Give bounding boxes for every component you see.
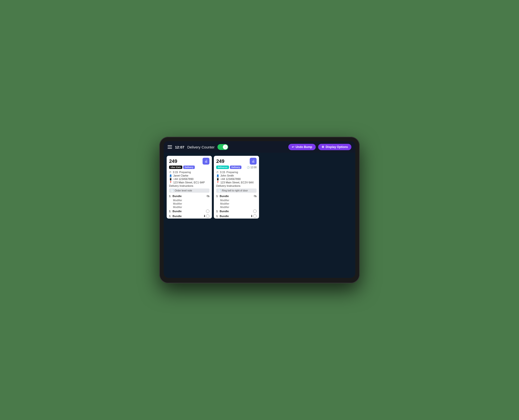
card-header-1: 249 🖨: [167, 156, 212, 166]
phone-row-2: 📱 +44 1234567890: [214, 177, 259, 181]
bundle-qty-1-1: 1: [169, 195, 172, 198]
badges-1: Uber Eats Delivery: [167, 166, 212, 170]
delivery-instructions-label-1: Delivery Instructions: [169, 184, 193, 187]
delivery-badge-2: Delivery: [230, 166, 241, 169]
circle-icon-2-3: [253, 214, 257, 218]
circle-icon-2-2: [253, 210, 257, 213]
note-row-1: 📄 Order level note: [169, 189, 209, 193]
customer-row-2: 👤 John Smith: [214, 174, 259, 177]
circle-icon-1-2: [206, 210, 209, 213]
note-text-1: Order level note: [175, 189, 192, 192]
main-content: 249 🖨 Uber Eats Delivery ⏱ 3:15 Preparin…: [164, 153, 355, 278]
phone-1: +44 1234567890: [173, 178, 194, 180]
bundle-label-2-3: Bundle: [220, 215, 249, 218]
bag-icon-1-1: 🛍: [206, 194, 209, 198]
clock-sched-icon-2: 🕛: [247, 166, 250, 169]
bundle-row-2-1: 1 Bundle 🛍: [214, 194, 259, 199]
bundle-qty-2-1: 1: [216, 195, 219, 198]
delivery-badge-1: Delivery: [183, 166, 195, 169]
clock-icon-2: ⏱: [216, 171, 219, 174]
down-arrow-icon-1-3: ⬇: [203, 214, 206, 218]
print-button-1[interactable]: 🖨: [203, 158, 209, 165]
clock-icon-1: ⏱: [169, 171, 172, 174]
delivery-instructions-label-2: Delivery Instructions: [216, 184, 240, 187]
bundle-row-2-3: 1 Bundle ⬇: [214, 214, 259, 219]
customer-name-2: John Smith: [220, 174, 234, 177]
customer-row-1: 👤 Janet Clarke: [167, 174, 212, 177]
menu-button[interactable]: [168, 145, 172, 149]
status-time-1: 3:15: [173, 171, 178, 174]
status-row-2: ⏱ 3:15 Preparing: [214, 170, 259, 174]
undo-bump-button[interactable]: ↩ Undo Bump: [288, 144, 316, 150]
platform-badge-2: deliveroo: [216, 166, 229, 169]
print-button-2[interactable]: 🖨: [250, 158, 257, 165]
modifier-2-1-3: Modifier: [214, 205, 259, 209]
delivery-instructions-2: Delivery Instructions: [214, 184, 259, 188]
address-1: 123 Main Street, EC1 6AP: [173, 181, 205, 184]
location-icon-2: 📍: [216, 181, 219, 184]
bundle-row-1-2: 1 Bundle: [167, 209, 212, 214]
bundle-qty-2-3: 1: [216, 215, 219, 218]
status-label-1: Preparing: [179, 171, 191, 174]
address-row-1: 📍 123 Main Street, EC1 6AP: [167, 181, 212, 184]
bag-icon-2-1: 🛍: [254, 194, 257, 198]
scheduled-time-2: 🕛 12:00: [247, 166, 257, 169]
phone-icon-1: 📱: [169, 178, 172, 180]
note-row-2: 📄 Ring bell to right of door: [216, 189, 257, 193]
address-2: 123 Main Street, EC2V 6AX: [220, 181, 254, 184]
tablet-device: 12:07 Delivery Counter ♪ ↩ Undo Bump ⚙ D…: [159, 137, 360, 283]
header-left: 12:07 Delivery Counter ♪: [168, 144, 228, 150]
bundle-row-1-1: 1 Bundle 🛍: [167, 194, 212, 199]
order-number-2: 249: [216, 158, 224, 164]
customer-name-1: Janet Clarke: [173, 174, 188, 177]
modifier-2-1-1: Modifier: [214, 199, 259, 202]
order-card-1: 249 🖨 Uber Eats Delivery ⏱ 3:15 Preparin…: [167, 156, 212, 219]
order-number-1: 249: [169, 158, 177, 164]
person-icon-1: 👤: [169, 174, 172, 177]
bundle-row-1-3: 1 Bundle ⬇: [167, 214, 212, 219]
down-arrow-icon-2-3: ⬇: [250, 214, 253, 218]
delivery-instructions-1: Delivery Instructions: [167, 184, 212, 188]
order-card-2: 249 🖨 deliveroo Delivery 🕛 12:00 ⏱ 3:15 …: [214, 156, 259, 219]
bundle-label-2-2: Bundle: [220, 210, 252, 213]
header-time: 12:07: [175, 145, 184, 149]
gear-icon: ⚙: [322, 145, 324, 149]
phone-row-1: 📱 +44 1234567890: [167, 177, 212, 181]
undo-icon: ↩: [292, 145, 294, 149]
phone-icon-2: 📱: [216, 178, 219, 180]
header-bar: 12:07 Delivery Counter ♪ ↩ Undo Bump ⚙ D…: [164, 141, 355, 153]
modifier-1-1-3: Modifier: [167, 205, 212, 209]
bundle-qty-2-2: 1: [216, 210, 219, 213]
modifier-1-1-2: Modifier: [167, 202, 212, 205]
address-row-2: 📍 123 Main Street, EC2V 6AX: [214, 181, 259, 184]
location-icon-1: 📍: [169, 181, 172, 184]
phone-2: +44 1234567890: [220, 178, 241, 180]
bundle-label-1-3: Bundle: [173, 215, 202, 218]
header-title: Delivery Counter: [187, 145, 215, 149]
note-doc-icon-2: 📄: [218, 189, 221, 192]
note-doc-icon-1: 📄: [171, 189, 174, 192]
modifier-2-1-2: Modifier: [214, 202, 259, 205]
bundle-label-1-2: Bundle: [173, 210, 205, 213]
toggle-knob: ♪: [223, 145, 228, 149]
modifier-1-1-1: Modifier: [167, 199, 212, 202]
status-time-2: 3:15: [220, 171, 225, 174]
display-options-button[interactable]: ⚙ Display Options: [318, 144, 351, 150]
person-icon-2: 👤: [216, 174, 219, 177]
bundle-label-1-1: Bundle: [173, 195, 205, 198]
header-right: ↩ Undo Bump ⚙ Display Options: [288, 144, 351, 150]
card-header-2: 249 🖨: [214, 156, 259, 166]
note-text-2: Ring bell to right of door: [222, 189, 248, 192]
bundle-label-2-1: Bundle: [220, 195, 253, 198]
bundle-qty-1-2: 1: [169, 210, 172, 213]
circle-icon-1-3: [206, 214, 209, 218]
bundle-row-2-2: 1 Bundle: [214, 209, 259, 214]
status-row-1: ⏱ 3:15 Preparing: [167, 170, 212, 174]
platform-badge-1: Uber Eats: [169, 166, 182, 169]
badges-2: deliveroo Delivery 🕛 12:00: [214, 166, 259, 170]
status-label-2: Preparing: [226, 171, 238, 174]
tablet-screen: 12:07 Delivery Counter ♪ ↩ Undo Bump ⚙ D…: [164, 141, 355, 278]
bundle-qty-1-3: 1: [169, 215, 172, 218]
sound-toggle[interactable]: ♪: [217, 144, 228, 150]
